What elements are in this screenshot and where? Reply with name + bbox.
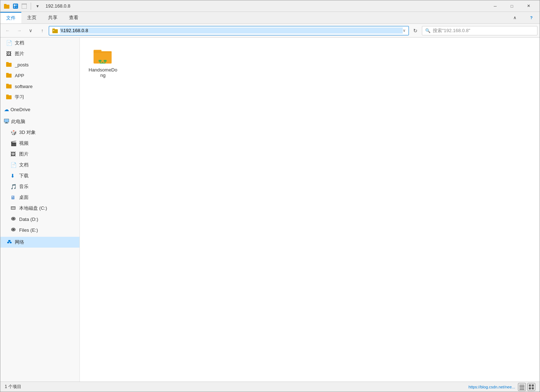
onedrive-label: OneDrive [10,107,30,112]
list-view-button[interactable] [518,383,526,391]
thispc-label: 此电脑 [11,118,25,125]
sidebar-item-documents[interactable]: 📄 文档 📌 [0,38,79,48]
window-controls: ─ □ ✕ [487,0,537,12]
separator [31,3,31,10]
sidebar-item-video[interactable]: 🎬 视频 [0,138,79,149]
svg-rect-34 [10,242,12,243]
onedrive-icon: ☁ [4,106,9,112]
help-button[interactable]: ? [523,12,540,23]
documents-icon: 📄 [6,40,13,46]
folder-item-handsomeDong[interactable]: HandsomeDong [86,43,120,81]
tab-file[interactable]: 文件 [0,12,21,23]
svg-rect-15 [6,73,9,74]
sidebar-item-label: 文档 [15,40,70,46]
status-bar: 1 个项目 https://blog.csdn.net/nee... [0,382,540,392]
svg-rect-43 [104,60,107,62]
sidebar-item-study[interactable]: 学习 [0,92,79,103]
tab-home[interactable]: 主页 [21,12,42,23]
sidebar: 📄 文档 📌 🖼 图片 📌 _posts APP software [0,38,80,382]
sidebar-item-driveC[interactable]: 本地磁盘 (C:) [0,203,79,214]
svg-rect-18 [6,95,12,99]
sidebar-item-label: 视频 [19,140,77,147]
folder-icon [6,83,13,90]
driveD-icon [10,216,17,222]
sidebar-item-desktop[interactable]: 🖥 桌面 [0,192,79,203]
search-icon: 🔍 [425,28,431,33]
svg-rect-3 [14,4,16,6]
sidebar-item-music[interactable]: 🎵 音乐 [0,181,79,192]
forward-button[interactable]: → [14,26,24,36]
sidebar-item-label: 桌面 [19,194,77,201]
search-placeholder: 搜索"192.168.0.8" [433,27,470,34]
driveC-icon [10,205,17,212]
nav-dropdown-button[interactable]: ∨ [26,26,36,36]
docs2-icon: 📄 [10,162,17,168]
folder-icon-large [93,46,113,65]
tab-view[interactable]: 查看 [63,12,84,23]
close-button[interactable]: ✕ [520,0,537,12]
downloads-icon: ⬇ [10,173,17,179]
svg-rect-10 [52,29,55,30]
address-bar[interactable]: \\192.168.0.8 ∨ [49,26,409,35]
sidebar-item-pictures[interactable]: 🖼 图片 📌 [0,48,79,59]
onedrive-header[interactable]: ☁ OneDrive [0,104,79,115]
sidebar-item-docs2[interactable]: 📄 文档 [0,160,79,170]
folder-icon [6,62,13,68]
tab-share[interactable]: 共享 [42,12,63,23]
title-bar-icons: ▼ [3,3,41,10]
sidebar-item-label: 下载 [19,173,77,179]
svg-rect-51 [519,389,524,390]
sidebar-item-driveD[interactable]: Data (D:) [0,214,79,225]
quick-access-icon[interactable]: ▼ [34,3,41,10]
sidebar-section-thispc: 此电脑 🎲 3D 对象 🎬 视频 🖼 图片 📄 文档 ⬇ 下载 [0,116,79,235]
sidebar-item-label: software [15,84,77,89]
sidebar-item-driveE[interactable]: Files (E:) [0,225,79,235]
svg-rect-19 [6,95,9,96]
back-button[interactable]: ← [3,26,13,36]
folder-icon [6,94,13,100]
address-chevron[interactable]: ∨ [403,28,406,33]
thispc-header[interactable]: 此电脑 [0,116,79,127]
sidebar-item-label: _posts [15,62,77,67]
new-window-icon [21,3,28,10]
address-text[interactable]: \\192.168.0.8 [60,27,403,34]
sidebar-item-network[interactable]: 网络 [0,237,79,248]
3d-icon: 🎲 [10,130,17,135]
sidebar-item-pictures2[interactable]: 🖼 图片 [0,149,79,160]
ribbon-collapse-button[interactable]: ∧ [506,12,523,23]
svg-rect-55 [532,387,534,389]
thispc-icon [4,119,10,125]
sidebar-item-label: APP [15,73,77,78]
svg-rect-16 [6,84,12,88]
svg-rect-49 [519,386,524,387]
sidebar-item-software[interactable]: software [0,81,79,92]
folder-name: HandsomeDong [88,67,117,78]
desktop-icon: 🖥 [10,195,17,200]
svg-rect-0 [4,5,9,9]
sidebar-item-label: Files (E:) [19,227,77,233]
refresh-button[interactable]: ↻ [410,26,420,36]
svg-rect-41 [94,51,112,53]
svg-rect-21 [4,119,9,122]
sidebar-item-app[interactable]: APP [0,70,79,81]
sidebar-item-label: 3D 对象 [19,129,77,136]
sidebar-item-downloads[interactable]: ⬇ 下载 [0,170,79,181]
sidebar-item-3d[interactable]: 🎲 3D 对象 [0,127,79,138]
svg-point-32 [13,229,14,230]
maximize-button[interactable]: □ [504,0,520,12]
sidebar-item-posts[interactable]: _posts [0,59,79,70]
svg-rect-53 [532,384,534,387]
detail-view-button[interactable] [527,383,535,391]
svg-rect-8 [22,4,27,5]
svg-rect-35 [8,240,10,241]
status-link[interactable]: https://blog.csdn.net/nee... [468,385,515,389]
svg-rect-39 [94,51,112,64]
search-bar[interactable]: 🔍 搜索"192.168.0.8" [422,26,537,35]
nav-bar: ← → ∨ ↑ \\192.168.0.8 ∨ ↻ 🔍 搜索"192.168.0… [0,24,540,38]
status-count: 1 个项目 [5,384,468,390]
svg-rect-42 [99,60,101,62]
up-button[interactable]: ↑ [37,26,47,36]
network-label: 网络 [15,239,77,245]
minimize-button[interactable]: ─ [487,0,504,12]
sidebar-section-onedrive: ☁ OneDrive [0,104,79,115]
